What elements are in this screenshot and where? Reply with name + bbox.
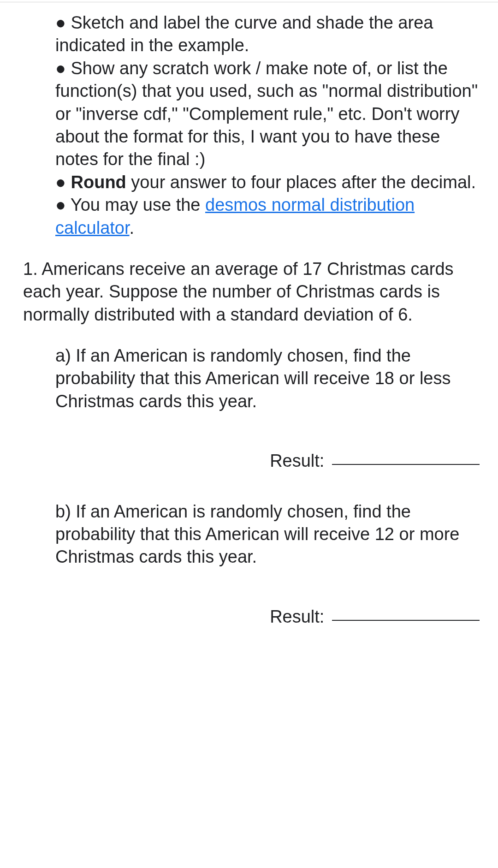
- result-1b-label: Result:: [270, 607, 324, 626]
- question-1a: a) If an American is randomly chosen, fi…: [0, 340, 498, 427]
- bullet3-post: your answer to four places after the dec…: [126, 172, 476, 192]
- bullet3-bold: Round: [71, 172, 126, 192]
- bullet4-pre: ● You may use the: [55, 195, 205, 214]
- instructions-block: ● Sketch and label the curve and shade t…: [0, 2, 498, 253]
- result-1b-blank[interactable]: [332, 620, 480, 621]
- result-1a-label: Result:: [270, 451, 324, 470]
- result-1b-line: Result:: [0, 583, 498, 651]
- result-1a-blank[interactable]: [332, 464, 480, 465]
- result-1a-line: Result:: [0, 427, 498, 495]
- instruction-bullet-4: ● You may use the desmos normal distribu…: [55, 194, 480, 239]
- bullet4-post: .: [130, 218, 135, 238]
- instruction-bullet-2: ● Show any scratch work / make note of, …: [55, 57, 480, 171]
- instruction-bullet-1: ● Sketch and label the curve and shade t…: [55, 12, 480, 57]
- question-1-stem: 1. Americans receive an average of 17 Ch…: [0, 253, 498, 340]
- question-1b: b) If an American is randomly chosen, fi…: [0, 496, 498, 583]
- instruction-bullet-3: ● Round your answer to four places after…: [55, 171, 480, 194]
- bullet3-pre: ●: [55, 172, 71, 192]
